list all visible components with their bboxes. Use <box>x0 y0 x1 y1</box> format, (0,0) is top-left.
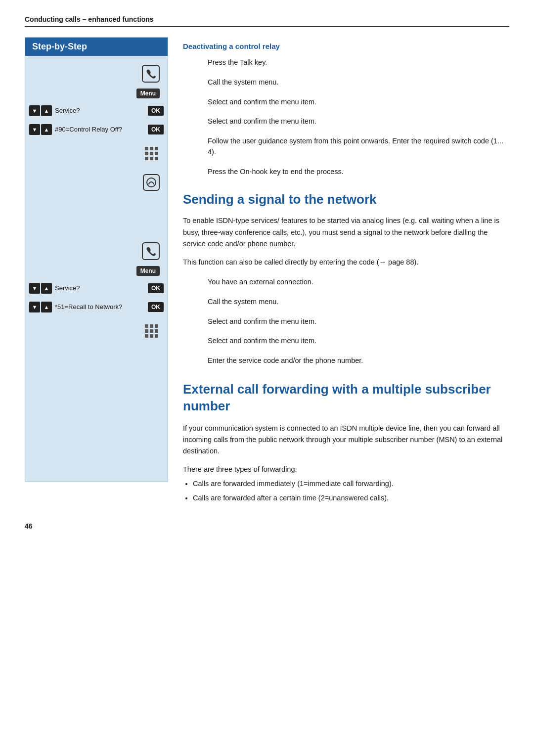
ok-btn-3: OK <box>148 283 164 293</box>
svg-rect-1 <box>150 147 153 150</box>
recall-network-label: *51=Recall to Network? <box>55 303 146 311</box>
select-confirm-2: Select and confirm the menu item. <box>208 114 509 127</box>
service-label-2: Service? <box>55 284 146 293</box>
arrow-up-2: ▲ <box>41 124 52 135</box>
section3-heading: External call forwarding with a multiple… <box>183 381 509 415</box>
control-relay-row: ▼ ▲ #90=Control Relay Off? OK <box>25 122 168 137</box>
step-menu-1: Call the system menu. <box>183 75 509 88</box>
svg-rect-5 <box>155 152 158 155</box>
talk-key-icon-2 <box>142 242 160 260</box>
service-row-2: ▼ ▲ Service? OK <box>25 281 168 296</box>
ok-btn-4: OK <box>148 302 164 312</box>
keypad-icon-2 <box>144 323 160 343</box>
step-service-2: Select and confirm the menu item. <box>183 314 509 327</box>
onhook-text: Press the On-hook key to end the process… <box>208 165 509 178</box>
svg-rect-2 <box>155 147 158 150</box>
nav-arrows-3: ▼ ▲ <box>29 283 52 294</box>
svg-rect-4 <box>150 152 153 155</box>
enter-code-text: Enter the service code and/or the phone … <box>208 354 509 366</box>
onhook-icon-1 <box>143 174 160 191</box>
step-onhook-1: Press the On-hook key to end the process… <box>183 165 509 178</box>
step-by-step-box: Step-by-Step Menu ▼ ▲ Servi <box>25 37 168 482</box>
external-conn-text: You have an external connection. <box>208 275 509 288</box>
svg-rect-0 <box>145 147 148 150</box>
nav-arrows-4: ▼ ▲ <box>29 302 52 312</box>
recall-network-row: ▼ ▲ *51=Recall to Network? OK <box>25 300 168 314</box>
bullet-item-2: Calls are forwarded after a certain time… <box>193 492 509 504</box>
svg-rect-13 <box>145 329 148 333</box>
svg-rect-11 <box>150 324 153 328</box>
svg-rect-6 <box>145 157 148 160</box>
step-keypad-1: Follow the user guidance system from thi… <box>183 134 509 158</box>
follow-guidance-text: Follow the user guidance system from thi… <box>208 134 509 158</box>
section2-para1: To enable ISDN-type services/ features t… <box>183 215 509 250</box>
menu-button-icon-2: Menu <box>136 266 160 276</box>
talk-key-icon <box>142 65 160 83</box>
svg-rect-16 <box>145 334 148 338</box>
svg-rect-7 <box>150 157 153 160</box>
section2-heading: Sending a signal to the network <box>183 192 509 207</box>
ok-btn-1: OK <box>148 106 164 116</box>
svg-rect-17 <box>150 334 153 338</box>
keypad-icon-1 <box>144 146 160 165</box>
step-press-talk: Press the Talk key. <box>183 57 509 68</box>
section2-para2: This function can also be called directl… <box>183 257 509 268</box>
arrow-down-3: ▼ <box>29 283 40 294</box>
section1-title: Deactivating a control relay <box>183 42 509 50</box>
nav-arrows-2: ▼ ▲ <box>29 124 52 135</box>
svg-rect-8 <box>155 157 158 160</box>
svg-rect-14 <box>150 329 153 333</box>
service-label-1: Service? <box>55 107 146 115</box>
select-confirm-4: Select and confirm the menu item. <box>208 334 509 347</box>
arrow-down-1: ▼ <box>29 105 40 116</box>
call-system-menu-text-1: Call the system menu. <box>208 75 509 88</box>
svg-rect-3 <box>145 152 148 155</box>
svg-rect-18 <box>155 334 158 338</box>
main-layout: Step-by-Step Menu ▼ ▲ Servi <box>25 37 509 507</box>
page-header-text: Conducting calls – enhanced functions <box>25 15 154 23</box>
section3-para2: There are three types of forwarding: <box>183 464 509 475</box>
right-panel: Deactivating a control relay Press the T… <box>168 37 509 507</box>
arrow-down-2: ▼ <box>29 124 40 135</box>
section3-bullet-list: Calls are forwarded immediately (1=immed… <box>193 478 509 504</box>
step-enter-code: Enter the service code and/or the phone … <box>183 354 509 366</box>
menu-button-icon: Menu <box>136 89 160 98</box>
page-header: Conducting calls – enhanced functions <box>25 15 509 27</box>
nav-arrows-1: ▼ ▲ <box>29 105 52 116</box>
svg-rect-12 <box>155 324 158 328</box>
step-control-relay: Select and confirm the menu item. <box>183 114 509 127</box>
left-panel: Step-by-Step Menu ▼ ▲ Servi <box>25 37 168 507</box>
arrow-up-4: ▲ <box>41 302 52 312</box>
section3-para1: If your communication system is connecte… <box>183 423 509 457</box>
step-external-conn: You have an external connection. <box>183 275 509 288</box>
ok-btn-2: OK <box>148 125 164 134</box>
bullet-item-1: Calls are forwarded immediately (1=immed… <box>193 478 509 489</box>
step-menu-2: Call the system menu. <box>183 295 509 308</box>
svg-rect-10 <box>145 324 148 328</box>
arrow-down-4: ▼ <box>29 302 40 312</box>
press-talk-text: Press the Talk key. <box>208 57 509 68</box>
arrow-up-1: ▲ <box>41 105 52 116</box>
select-confirm-1: Select and confirm the menu item. <box>208 95 509 108</box>
page-number: 46 <box>25 522 509 530</box>
service-row-1: ▼ ▲ Service? OK <box>25 103 168 118</box>
svg-rect-15 <box>155 329 158 333</box>
step-by-step-header: Step-by-Step <box>25 38 168 56</box>
arrow-up-3: ▲ <box>41 283 52 294</box>
step-recall-network: Select and confirm the menu item. <box>183 334 509 347</box>
select-confirm-3: Select and confirm the menu item. <box>208 314 509 327</box>
control-relay-label: #90=Control Relay Off? <box>55 126 146 134</box>
step-service-1: Select and confirm the menu item. <box>183 95 509 108</box>
call-system-menu-text-2: Call the system menu. <box>208 295 509 308</box>
